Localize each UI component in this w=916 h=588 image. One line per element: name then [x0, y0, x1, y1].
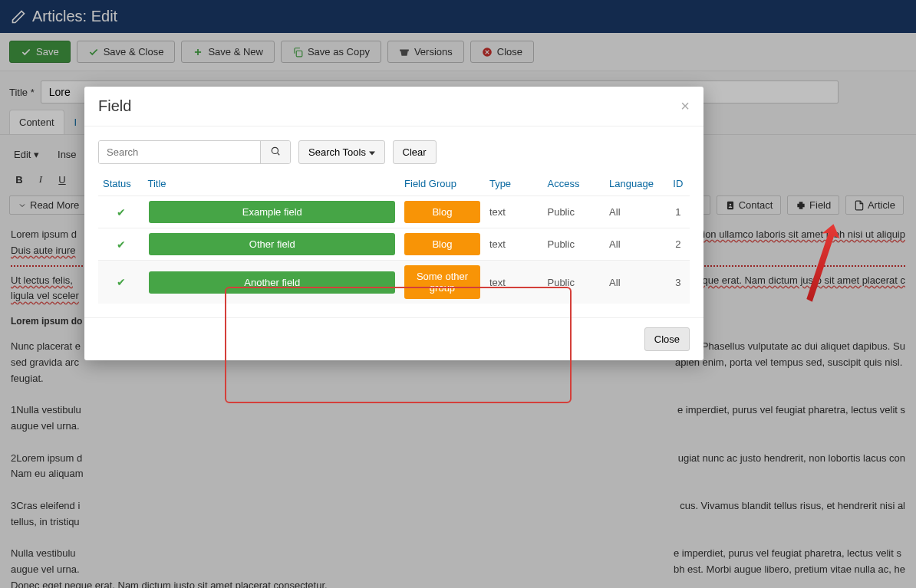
- field-id: 2: [667, 228, 690, 261]
- table-row: ✔Another fieldSome other grouptextPublic…: [98, 261, 690, 304]
- published-icon: ✔: [117, 276, 126, 288]
- search-submit-button[interactable]: [260, 141, 290, 163]
- modal-body: Search Tools Clear Status Title Field Gr…: [84, 126, 703, 317]
- svg-point-6: [272, 147, 278, 153]
- field-title-pill[interactable]: Another field: [149, 271, 395, 294]
- field-access: Public: [542, 261, 605, 304]
- caret-down-icon: [369, 150, 375, 156]
- modal-footer-close-button[interactable]: Close: [644, 327, 690, 351]
- col-status[interactable]: Status: [98, 172, 144, 196]
- field-access: Public: [542, 196, 605, 228]
- field-title-pill[interactable]: Other field: [149, 233, 395, 255]
- table-row: ✔Example fieldBlogtextPublicAll1: [98, 196, 690, 228]
- field-id: 1: [667, 196, 690, 228]
- search-tools-label: Search Tools: [308, 146, 369, 158]
- field-title-pill[interactable]: Example field: [149, 201, 395, 223]
- field-modal: Field × Search Tools Clear Status Title: [84, 87, 703, 360]
- field-language: All: [605, 196, 667, 228]
- svg-line-7: [278, 153, 280, 156]
- col-title[interactable]: Title: [144, 172, 400, 196]
- field-type: text: [485, 228, 543, 261]
- field-type: text: [485, 196, 543, 228]
- field-language: All: [605, 228, 667, 261]
- modal-close-button[interactable]: ×: [680, 97, 690, 115]
- search-row: Search Tools Clear: [98, 140, 690, 164]
- field-id: 3: [667, 261, 690, 304]
- table-row: ✔Other fieldBlogtextPublicAll2: [98, 228, 690, 261]
- modal-title: Field: [98, 97, 131, 115]
- search-input[interactable]: [99, 141, 260, 163]
- clear-button[interactable]: Clear: [393, 140, 437, 164]
- field-type: text: [485, 261, 543, 304]
- search-wrap: [98, 140, 291, 164]
- modal-footer: Close: [84, 317, 703, 360]
- col-type[interactable]: Type: [485, 172, 543, 196]
- col-language[interactable]: Language: [605, 172, 667, 196]
- modal-header: Field ×: [84, 87, 703, 126]
- search-tools-button[interactable]: Search Tools: [298, 140, 385, 164]
- published-icon: ✔: [117, 206, 126, 218]
- field-access: Public: [542, 228, 605, 261]
- col-group[interactable]: Field Group: [400, 172, 485, 196]
- published-icon: ✔: [117, 238, 126, 251]
- field-language: All: [605, 261, 667, 304]
- col-id[interactable]: ID: [667, 172, 690, 196]
- field-group-pill[interactable]: Blog: [404, 201, 480, 223]
- search-icon: [270, 146, 281, 156]
- field-group-pill[interactable]: Some other group: [404, 265, 480, 299]
- col-access[interactable]: Access: [542, 172, 605, 196]
- field-table: Status Title Field Group Type Access Lan…: [98, 172, 690, 304]
- field-group-pill[interactable]: Blog: [404, 233, 480, 255]
